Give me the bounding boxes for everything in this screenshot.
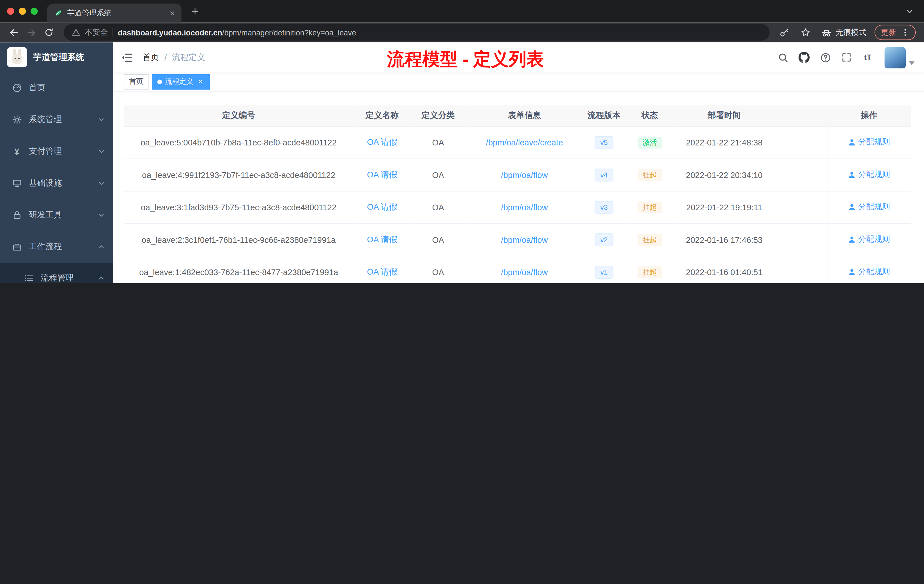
cell-category: OA bbox=[411, 158, 466, 191]
assign-rule-link[interactable]: 分配规则 bbox=[848, 267, 890, 277]
process-list-icon bbox=[24, 273, 34, 283]
version-badge: v4 bbox=[594, 168, 614, 181]
user-menu[interactable] bbox=[884, 47, 914, 68]
form-link[interactable]: /bpm/oa/flow bbox=[501, 267, 548, 277]
url-path: /bpm/manager/definition?key=oa_leave bbox=[222, 28, 356, 37]
chevron-down-icon bbox=[98, 211, 105, 219]
status-badge: 挂起 bbox=[637, 234, 662, 246]
definition-name-link[interactable]: OA 请假 bbox=[367, 234, 398, 244]
assign-rule-link[interactable]: 分配规则 bbox=[848, 234, 890, 244]
person-icon bbox=[848, 268, 856, 276]
chevron-down-icon bbox=[909, 61, 914, 64]
url-host: dashboard.yudao.iocoder.cn bbox=[118, 28, 222, 37]
form-link[interactable]: /bpm/oa/flow bbox=[501, 202, 548, 212]
insecure-warning-icon bbox=[72, 28, 80, 36]
window-close-button[interactable] bbox=[7, 8, 14, 15]
hamburger-icon[interactable] bbox=[121, 51, 133, 63]
status-badge: 挂起 bbox=[637, 201, 662, 213]
definition-name-link[interactable]: OA 请假 bbox=[367, 137, 398, 147]
sidebar-menu: 首页 系统管理 ¥ 支付管理 bbox=[0, 72, 113, 283]
tab-close-icon[interactable] bbox=[167, 8, 177, 18]
form-link[interactable]: /bpm/oa/flow bbox=[501, 235, 548, 244]
table-header-row: 定义编号 定义名称 定义分类 表单信息 流程版本 状态 部署时间 操作 bbox=[124, 106, 911, 126]
tag-close-icon[interactable]: × bbox=[196, 78, 205, 86]
address-bar[interactable]: 不安全 dashboard.yudao.iocoder.cn/bpm/manag… bbox=[64, 24, 770, 41]
col-definition-category: 定义分类 bbox=[411, 106, 466, 126]
back-button[interactable] bbox=[6, 25, 21, 40]
breadcrumb-home[interactable]: 首页 bbox=[143, 52, 159, 63]
fullscreen-icon[interactable] bbox=[841, 52, 852, 63]
workflow-submenu: 流程管理 流程表单 bbox=[0, 263, 113, 283]
help-icon[interactable] bbox=[820, 52, 831, 63]
security-label[interactable]: 不安全 bbox=[85, 27, 108, 38]
cell-category: OA bbox=[411, 126, 466, 158]
sidebar-item-devtools[interactable]: 研发工具 bbox=[0, 199, 113, 231]
definition-name-link[interactable]: OA 请假 bbox=[367, 267, 398, 276]
chevron-up-icon bbox=[98, 275, 105, 282]
sidebar-item-system[interactable]: 系统管理 bbox=[0, 104, 113, 135]
incognito-label: 无痕模式 bbox=[836, 27, 866, 38]
github-icon[interactable] bbox=[799, 52, 810, 63]
incognito-icon bbox=[822, 27, 832, 38]
infrastructure-icon bbox=[12, 178, 22, 188]
navbar-actions: tT bbox=[777, 47, 914, 68]
sidebar-item-infrastructure[interactable]: 基础设施 bbox=[0, 167, 113, 199]
chevron-down-icon bbox=[98, 180, 105, 187]
cell-filler bbox=[774, 191, 827, 223]
cell-definition-id: oa_leave:2:3c1f0ef1-76b1-11ec-9c66-a2380… bbox=[124, 223, 353, 256]
sidebar-item-workflow[interactable]: 工作流程 bbox=[0, 231, 113, 263]
table-row: oa_leave:1:482ec033-762a-11ec-8477-a2380… bbox=[124, 256, 911, 283]
font-size-icon[interactable]: tT bbox=[862, 52, 873, 63]
search-icon[interactable] bbox=[777, 52, 788, 63]
breadcrumb-current: 流程定义 bbox=[172, 52, 205, 63]
update-button[interactable]: 更新 bbox=[874, 25, 916, 40]
cell-deploy-time: 2022-01-22 20:34:10 bbox=[675, 158, 774, 191]
key-icon[interactable] bbox=[777, 25, 792, 40]
forward-button[interactable] bbox=[24, 25, 39, 40]
chevron-up-icon bbox=[98, 243, 105, 251]
new-tab-button[interactable] bbox=[187, 3, 203, 19]
col-definition-name: 定义名称 bbox=[354, 106, 411, 126]
breadcrumb-separator: / bbox=[164, 53, 167, 62]
definition-name-link[interactable]: OA 请假 bbox=[367, 202, 398, 211]
tag-process-definition[interactable]: 流程定义 × bbox=[152, 74, 210, 89]
chevron-down-icon bbox=[98, 116, 105, 123]
cell-category: OA bbox=[411, 191, 466, 223]
form-link[interactable]: /bpm/oa/leave/create bbox=[486, 138, 563, 147]
app-logo: 芋道管理系统 bbox=[0, 43, 113, 72]
version-badge: v1 bbox=[594, 266, 614, 278]
page-content: 定义编号 定义名称 定义分类 表单信息 流程版本 状态 部署时间 操作 bbox=[113, 91, 924, 283]
sidebar-item-pay[interactable]: ¥ 支付管理 bbox=[0, 135, 113, 167]
window-zoom-button[interactable] bbox=[31, 8, 38, 15]
tab-search-icon[interactable] bbox=[903, 5, 916, 18]
sidebar-item-home[interactable]: 首页 bbox=[0, 72, 113, 104]
browser-menu-icon[interactable] bbox=[901, 28, 909, 36]
bookmark-star-icon[interactable] bbox=[798, 25, 813, 40]
cell-filler bbox=[774, 256, 827, 283]
definition-name-link[interactable]: OA 请假 bbox=[367, 170, 398, 179]
tab-favicon-icon bbox=[54, 9, 63, 17]
cell-deploy-time: 2022-01-16 01:40:51 bbox=[675, 256, 774, 283]
sidebar: 芋道管理系统 首页 系统管理 bbox=[0, 43, 113, 284]
user-avatar[interactable] bbox=[884, 47, 906, 68]
cell-deploy-time: 2022-01-22 19:19:11 bbox=[675, 191, 774, 223]
dashboard-icon bbox=[12, 83, 22, 93]
incognito-badge: 无痕模式 bbox=[819, 27, 869, 38]
browser-tab[interactable]: 芋道管理系统 bbox=[47, 3, 182, 22]
window-minimize-button[interactable] bbox=[19, 8, 26, 15]
cell-definition-id: oa_leave:4:991f2193-7b7f-11ec-a3c8-acde4… bbox=[124, 158, 353, 191]
sidebar-item-process-management[interactable]: 流程管理 bbox=[0, 263, 113, 283]
col-actions: 操作 bbox=[827, 106, 911, 126]
person-icon bbox=[848, 236, 856, 243]
tag-home[interactable]: 首页 bbox=[124, 74, 148, 89]
col-filler bbox=[774, 106, 827, 126]
reload-button[interactable] bbox=[41, 25, 56, 40]
cell-deploy-time: 2022-01-16 17:46:53 bbox=[675, 223, 774, 256]
assign-rule-link[interactable]: 分配规则 bbox=[848, 137, 890, 147]
table-row: oa_leave:3:1fad3d93-7b75-11ec-a3c8-acde4… bbox=[124, 191, 911, 223]
cell-deploy-time: 2022-01-22 21:48:38 bbox=[675, 126, 774, 158]
assign-rule-link[interactable]: 分配规则 bbox=[848, 169, 890, 180]
form-link[interactable]: /bpm/oa/flow bbox=[501, 170, 548, 180]
workspace: 芋道管理系统 首页 系统管理 bbox=[0, 43, 924, 284]
assign-rule-link[interactable]: 分配规则 bbox=[848, 202, 890, 212]
